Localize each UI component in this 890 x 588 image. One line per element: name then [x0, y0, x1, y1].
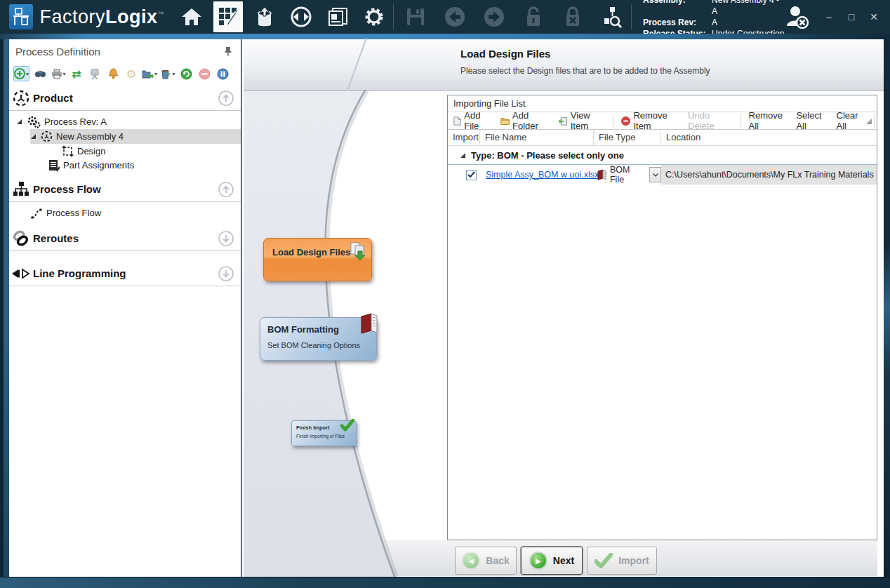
group-row-bom[interactable]: Type: BOM - Please select only one [448, 146, 877, 165]
toolbar-separator [613, 114, 613, 127]
add-file-icon [453, 116, 461, 126]
add-folder-icon [500, 116, 510, 126]
grid-column-headers: Import File Name File Type Location [448, 130, 877, 146]
flow-step-finish-import[interactable]: Finish Import Finish Importing of Files [291, 420, 357, 446]
toolbar-separator [874, 114, 875, 127]
home-icon[interactable] [177, 1, 206, 32]
unlock-icon[interactable] [519, 1, 548, 32]
product-cube-icon [9, 89, 33, 107]
section-label: Process Flow [33, 183, 101, 195]
bom-file-icon [597, 169, 607, 180]
app-logo-icon [9, 4, 33, 29]
collapse-down-icon[interactable] [218, 266, 234, 281]
settings-gear-icon[interactable] [359, 1, 389, 32]
process-flow-icon [9, 181, 33, 198]
section-line-programming[interactable]: Line Programming [9, 261, 241, 286]
remove-all-button[interactable]: Remove All [748, 110, 791, 131]
tree-item-design[interactable]: Design [62, 144, 105, 159]
section-product[interactable]: Product [9, 86, 241, 111]
tree-item-new-assembly[interactable]: New Assembly 4 [30, 129, 241, 144]
page-title: Load Design Files [460, 48, 550, 60]
column-header-file-type[interactable]: File Type [594, 130, 661, 145]
page-subtitle: Please select the Design files that are … [460, 66, 710, 76]
title-bar: FactoryLogix™ [0, 0, 890, 34]
process-definition-panel: Process Definition ▾ ▾ ⇄ [9, 39, 242, 577]
file-type-value: BOM File [610, 165, 646, 185]
flow-step-load-design-files[interactable]: Load Design Files [263, 238, 372, 281]
file-name-link[interactable]: Simple Assy_BOM w uoi.xlsx [486, 170, 599, 180]
delete-icon[interactable]: ▾ [160, 66, 175, 81]
remove-item-button[interactable]: Remove Item [620, 110, 682, 131]
add-icon[interactable]: ▾ [13, 66, 29, 81]
tree-item-process-flow[interactable]: Process Flow [30, 206, 101, 220]
tree-item-part-assignments[interactable]: Part Assignments [48, 158, 134, 173]
add-folder-button[interactable]: Add Folder [499, 110, 553, 131]
audit-search-icon[interactable] [597, 1, 627, 32]
bell-icon[interactable] [105, 66, 121, 81]
section-reroutes[interactable]: Reroutes [9, 226, 241, 251]
file-type-cell: BOM File [594, 165, 661, 185]
column-header-file-name[interactable]: File Name [480, 130, 594, 145]
documents-icon[interactable] [323, 1, 352, 32]
process-definition-icon[interactable] [213, 1, 243, 32]
select-all-button[interactable]: Select All [795, 110, 830, 131]
collapse-up-icon[interactable] [218, 91, 234, 106]
remove-status-icon[interactable] [197, 66, 212, 81]
brand-wordmark: FactoryLogix™ [40, 6, 165, 28]
tree-item-process-rev[interactable]: Process Rev: A [16, 114, 107, 129]
section-label: Product [33, 92, 73, 104]
clear-all-button[interactable]: Clear All [835, 110, 868, 131]
import-checkbox[interactable] [466, 170, 477, 180]
data-import-icon[interactable] [250, 1, 279, 32]
column-header-location[interactable]: Location [661, 130, 877, 145]
find-icon[interactable] [32, 66, 48, 81]
minimize-button[interactable]: – [823, 11, 835, 22]
gear-icon[interactable]: ⚙ [124, 66, 139, 81]
column-header-import[interactable]: Import [448, 130, 480, 145]
undo-icon[interactable] [440, 1, 470, 32]
add-file-button[interactable]: Add File [452, 110, 495, 131]
collapse-up-icon[interactable] [218, 182, 234, 197]
toolbar-overflow-grip[interactable] [866, 119, 872, 124]
pause-status-icon[interactable] [215, 66, 230, 81]
window-buttons: – □ ✕ [823, 11, 880, 22]
flow-step-bom-formatting[interactable]: BOM Formatting Set BOM Cleaning Options [260, 317, 377, 361]
action-toolbar [401, 1, 627, 32]
file-row: Simple Assy_BOM w uoi.xlsx BOM File C:\U… [448, 165, 877, 185]
expander-icon[interactable] [30, 133, 37, 140]
pin-icon[interactable] [224, 46, 232, 56]
file-list-title: Importing File List [448, 95, 877, 112]
finish-check-icon [340, 419, 354, 432]
import-button[interactable]: Import [587, 547, 657, 575]
back-button[interactable]: ◄ Back [455, 547, 517, 575]
refresh-status-icon[interactable] [178, 66, 194, 81]
lock-cancel-icon[interactable] [558, 1, 587, 32]
undo-delete-button[interactable]: Undo Delete [686, 110, 734, 131]
file-type-dropdown[interactable] [649, 167, 661, 182]
shuffle-icon[interactable]: ⇄ [69, 66, 84, 81]
expander-icon[interactable] [16, 119, 23, 125]
collapse-down-icon[interactable] [218, 231, 234, 246]
import-check-icon [595, 553, 613, 568]
view-item-button[interactable]: View Item [557, 110, 607, 131]
load-files-icon [349, 241, 367, 261]
export-folder-icon[interactable]: ▾ [142, 66, 157, 81]
maximize-button[interactable]: □ [845, 11, 858, 22]
user-logout-icon[interactable] [785, 5, 810, 29]
redo-icon[interactable] [479, 1, 509, 32]
desk-icon [13, 8, 29, 26]
file-list-toolbar: Add File Add Folder View Item Remove Ite… [448, 112, 877, 130]
next-button[interactable]: ► Next [521, 547, 583, 575]
sidebar-toolbar: ▾ ▾ ⇄ ⚙ ▾ ▾ [13, 65, 238, 83]
window-controls: – □ ✕ [785, 5, 880, 29]
bom-book-icon [359, 312, 380, 335]
wizard-header [244, 39, 884, 91]
presentation-icon[interactable] [87, 66, 102, 81]
print-icon[interactable]: ▾ [51, 66, 66, 81]
group-expander-icon[interactable] [460, 152, 466, 159]
section-process-flow[interactable]: Process Flow [9, 177, 241, 202]
close-button[interactable]: ✕ [868, 11, 880, 22]
sync-icon[interactable] [286, 1, 316, 32]
assembly-label: Assembly: [643, 0, 708, 17]
save-icon[interactable] [401, 1, 430, 32]
